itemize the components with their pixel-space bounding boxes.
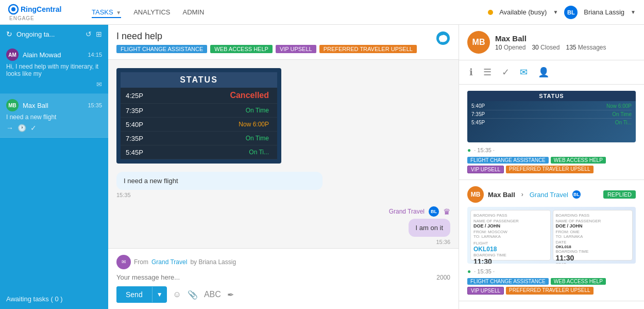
- nav-analytics[interactable]: ANALYTICS: [133, 6, 170, 18]
- nav-right: Available (busy) ▼ BL Briana Lassig ▼: [488, 6, 636, 19]
- compose-counter: 2000: [436, 274, 450, 281]
- compose-area: ✉ From Grand Travel by Briana Lassig 200…: [108, 248, 459, 309]
- compose-from-brand[interactable]: Grand Travel: [151, 258, 187, 266]
- conv-name: Max Ball: [488, 191, 515, 199]
- send-button-group[interactable]: Send ▼: [116, 286, 167, 303]
- logo: RingCentral ENGAGE: [8, 3, 75, 21]
- conv-tag[interactable]: FLIGHT CHANGE ASSISTANCE: [467, 157, 549, 164]
- chat-messages: STATUS 4:25P Cancelled 7:35P On Time: [108, 60, 459, 248]
- logo-ring[interactable]: RingCentral: [8, 3, 75, 15]
- right-panel-header: MB Max Ball 10 Opened 30 Closed 135 Mess…: [459, 25, 644, 60]
- sidebar-time: 15:35: [88, 102, 102, 108]
- check-circle-icon[interactable]: ✓: [500, 64, 512, 80]
- send-button[interactable]: Send: [116, 286, 152, 303]
- stat-messages: 135 Messages: [566, 44, 606, 51]
- messenger-icon[interactable]: [436, 31, 450, 48]
- svg-point-1: [11, 7, 15, 11]
- signature-icon[interactable]: ✒: [227, 290, 234, 300]
- conv-tag[interactable]: VIP UPSELL: [467, 287, 504, 295]
- tasks-arrow-icon: ▼: [116, 10, 121, 15]
- sidebar-agent-name: Alain Mowad: [23, 51, 83, 59]
- conv-tag[interactable]: WEB ACCESS HELP: [551, 157, 606, 164]
- message-time: 15:35: [116, 192, 323, 198]
- tag-web[interactable]: WEB ACCESS HELP: [210, 45, 273, 53]
- nav-tasks[interactable]: TASKS ▼: [92, 6, 121, 18]
- stat-closed: 30 Closed: [532, 44, 560, 51]
- attachment-icon[interactable]: 📎: [188, 290, 198, 300]
- outgoing-message-wrapper: Grand Travel BL ♛ I am on it 15:36: [116, 206, 450, 245]
- info-icon[interactable]: ℹ: [467, 64, 475, 80]
- conv-tag[interactable]: PREFERRED TRAVELER UPSELL: [506, 287, 593, 295]
- checkmark-icon: ✓: [30, 124, 37, 132]
- logo-engage-text: ENGAGE: [9, 15, 75, 21]
- arrow-icon: ›: [521, 191, 523, 198]
- conversation-card-2: MB Max Ball › Grand Travel BL REPLIED BO…: [459, 180, 644, 301]
- agent-avatar: BL: [564, 6, 578, 19]
- crown-icon: ♛: [443, 207, 450, 217]
- send-dropdown-button[interactable]: ▼: [152, 287, 167, 302]
- conv-tag[interactable]: WEB ACCESS HELP: [551, 278, 606, 285]
- agent-badge-avatar: BL: [429, 206, 439, 217]
- agent-name[interactable]: Briana Lassig: [584, 8, 624, 16]
- email-icon: ✉: [96, 80, 102, 88]
- sidebar-header: ↻ Ongoing ta... ↺ ⊞: [0, 25, 108, 43]
- avatar: AM: [6, 48, 19, 61]
- tag-flight[interactable]: FLIGHT CHANGE ASSISTANCE: [116, 45, 207, 53]
- right-panel: MB Max Ball 10 Opened 30 Closed 135 Mess…: [459, 25, 644, 309]
- contact-avatar: MB: [467, 31, 490, 54]
- person-icon[interactable]: 👤: [536, 64, 551, 80]
- svg-text:RingCentral: RingCentral: [21, 5, 61, 13]
- available-dropdown-icon[interactable]: ▼: [553, 9, 558, 15]
- sidebar-item-active[interactable]: MB Max Ball 15:35 I need a new flight → …: [0, 94, 108, 138]
- sidebar-title: Ongoing ta...: [16, 30, 81, 38]
- sidebar-time: 14:15: [88, 52, 102, 58]
- agent-dropdown-icon[interactable]: ▼: [631, 9, 636, 15]
- right-panel-icons: ℹ ☰ ✓ ✉ 👤: [459, 60, 644, 85]
- avatar: MB: [6, 99, 19, 111]
- sidebar-preview: Hi, I need help with my itinerary, it lo…: [6, 63, 102, 77]
- sidebar-expand-icon[interactable]: ⊞: [96, 30, 102, 38]
- available-status[interactable]: Available (busy): [499, 8, 547, 16]
- compose-from: ✉ From Grand Travel by Briana Lassig: [116, 255, 450, 269]
- tag-preferred[interactable]: PREFERRED TRAVELER UPSELL: [319, 45, 417, 53]
- conv-tag[interactable]: PREFERRED TRAVELER UPSELL: [506, 166, 593, 173]
- sidebar-refresh-icon[interactable]: ↺: [86, 30, 92, 38]
- incoming-message: I need a new flight 15:35: [116, 172, 323, 198]
- sidebar-list: AM Alain Mowad 14:15 Hi, I need help wit…: [0, 43, 108, 289]
- chat-area: I need help FLIGHT CHANGE ASSISTANCE WEB…: [108, 25, 459, 309]
- outgoing-message: I am on it 15:36: [409, 219, 450, 245]
- emoji-icon[interactable]: ☺: [173, 290, 181, 299]
- nav-links: TASKS ▼ ANALYTICS ADMIN: [92, 6, 488, 18]
- conv-tags: FLIGHT CHANGE ASSISTANCE WEB ACCESS HELP…: [467, 157, 636, 173]
- message-text: I need a new flight: [116, 172, 323, 190]
- list-icon[interactable]: ☰: [481, 64, 494, 80]
- contact-name: Max Ball: [495, 34, 606, 43]
- sidebar-ongoing-icon: ↻: [6, 30, 12, 38]
- conv-time: · 15:35 ·: [474, 147, 495, 153]
- stat-opened: 10 Opened: [495, 44, 526, 51]
- compose-input[interactable]: [116, 273, 432, 281]
- replied-badge: REPLIED: [603, 190, 636, 199]
- contact-stats: 10 Opened 30 Closed 135 Messages: [495, 44, 606, 51]
- nav-admin[interactable]: ADMIN: [182, 6, 204, 18]
- sidebar-item[interactable]: AM Alain Mowad 14:15 Hi, I need help wit…: [0, 43, 108, 94]
- clock-icon: 🕐: [18, 124, 26, 132]
- check-icon: ●: [467, 147, 471, 154]
- mail-icon[interactable]: ✉: [518, 64, 530, 80]
- conv-avatar: MB: [467, 186, 484, 203]
- forward-icon[interactable]: →: [6, 124, 13, 132]
- message-time: 15:36: [409, 239, 450, 245]
- conv-brand[interactable]: Grand Travel: [530, 191, 568, 199]
- conv-tag[interactable]: VIP UPSELL: [467, 166, 504, 173]
- compose-brand-icon: ✉: [116, 255, 131, 269]
- awaiting-tasks: Awaiting tasks ( 0 ): [0, 289, 108, 309]
- sidebar-agent-name: Max Ball: [23, 102, 83, 109]
- conv-tag[interactable]: FLIGHT CHANGE ASSISTANCE: [467, 278, 549, 285]
- conversation-card: STATUS 5:40P Now 6:00P 7:35P On Time 5:4…: [459, 85, 644, 180]
- compose-toolbar: Send ▼ ☺ 📎 ABC ✒: [116, 286, 450, 303]
- spelling-icon[interactable]: ABC: [204, 290, 221, 299]
- chat-header: I need help FLIGHT CHANGE ASSISTANCE WEB…: [108, 25, 459, 60]
- chat-tags: FLIGHT CHANGE ASSISTANCE WEB ACCESS HELP…: [116, 45, 417, 53]
- conv-tags-2: FLIGHT CHANGE ASSISTANCE WEB ACCESS HELP…: [467, 278, 636, 295]
- tag-vip[interactable]: VIP UPSELL: [276, 45, 316, 53]
